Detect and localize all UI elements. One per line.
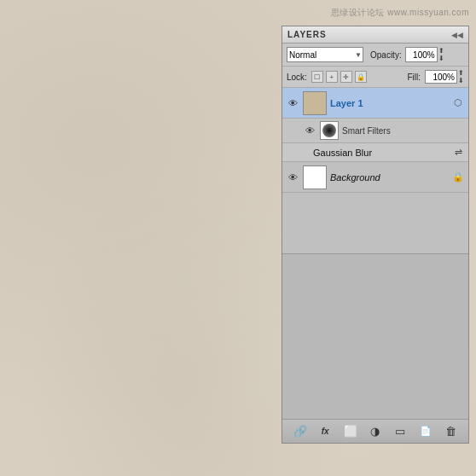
- layers-panel: LAYERS ◀◀ Normal Multiply Screen Overlay…: [282, 26, 469, 444]
- opacity-arrows-icon: ⬆⬇: [438, 47, 444, 62]
- panel-title: LAYERS: [287, 30, 327, 39]
- blend-mode-select[interactable]: Normal Multiply Screen Overlay: [287, 47, 363, 62]
- watermark-text: 思绿设计论坛 www.missyuan.com: [331, 7, 469, 19]
- blend-opacity-row: Normal Multiply Screen Overlay ▼ Opacity…: [282, 44, 468, 67]
- fill-label: Fill:: [407, 73, 421, 82]
- opacity-input-wrapper: ⬆⬇: [405, 47, 444, 62]
- new-layer-button[interactable]: 📄: [417, 424, 434, 439]
- lock-icons-group: ☐ + ✛ 🔒: [311, 71, 367, 83]
- layer-item-layer1[interactable]: 👁 Layer 1 ⬡: [282, 88, 468, 119]
- lock-transparency-icon[interactable]: ☐: [311, 71, 323, 83]
- lock-label: Lock:: [287, 73, 307, 82]
- layer-item-gaussian-blur[interactable]: Gaussian Blur ⇌: [282, 143, 468, 162]
- blend-mode-wrapper: Normal Multiply Screen Overlay ▼: [287, 47, 363, 62]
- background-lock-icon: 🔒: [451, 171, 465, 183]
- layers-empty-area: [282, 254, 468, 420]
- collapse-arrow[interactable]: ◀◀: [451, 31, 463, 39]
- thumb-background-graphic: [304, 166, 326, 189]
- delete-layer-button[interactable]: 🗑: [442, 424, 459, 439]
- visibility-icon-smart-filters[interactable]: 👁: [303, 124, 316, 137]
- opacity-label: Opacity:: [370, 50, 402, 60]
- add-mask-button[interactable]: ⬜: [342, 424, 359, 439]
- visibility-icon-layer1[interactable]: 👁: [286, 96, 299, 110]
- gaussian-blur-adjust-icon: ⇌: [451, 147, 465, 158]
- lock-all-icon[interactable]: 🔒: [355, 71, 367, 83]
- adjustment-button[interactable]: ◑: [367, 424, 384, 439]
- visibility-icon-background[interactable]: 👁: [286, 171, 299, 184]
- layer-item-background[interactable]: 👁 Background 🔒: [282, 162, 468, 193]
- group-button[interactable]: ▭: [392, 424, 409, 439]
- link-layers-button[interactable]: 🔗: [292, 424, 309, 439]
- layer-name-background: Background: [330, 172, 448, 183]
- fill-input-wrapper: ⬆⬇: [425, 69, 464, 84]
- fill-arrows-icon: ⬆⬇: [458, 69, 464, 84]
- panel-toolbar: 🔗 fx ⬜ ◑ ▭ 📄 🗑: [282, 419, 468, 443]
- layer1-right-icon: ⬡: [451, 97, 465, 108]
- thumbnail-layer1: [303, 91, 327, 115]
- smart-filter-circle: [322, 124, 336, 137]
- layer-name-layer1: Layer 1: [330, 98, 448, 108]
- thumb-layer1-graphic: [304, 92, 326, 114]
- layer-name-smart-filters: Smart Filters: [342, 126, 465, 136]
- layer-item-smart-filters[interactable]: 👁 Smart Filters: [282, 119, 468, 143]
- lock-fill-row: Lock: ☐ + ✛ 🔒 Fill: ⬆⬇: [282, 67, 468, 88]
- opacity-input[interactable]: [405, 47, 438, 62]
- thumbnail-smart-filters: [320, 121, 339, 140]
- lock-paint-icon[interactable]: +: [326, 71, 338, 83]
- layer-name-gaussian-blur: Gaussian Blur: [313, 148, 448, 158]
- thumbnail-background: [303, 165, 327, 189]
- lock-move-icon[interactable]: ✛: [340, 71, 352, 83]
- panel-titlebar: LAYERS ◀◀: [282, 26, 468, 44]
- thumb-smart-graphic: [321, 122, 338, 139]
- layers-list: 👁 Layer 1 ⬡ 👁 Smart Filters Gaussian Blu…: [282, 88, 468, 254]
- fill-input[interactable]: [425, 70, 457, 84]
- fx-button[interactable]: fx: [316, 424, 334, 439]
